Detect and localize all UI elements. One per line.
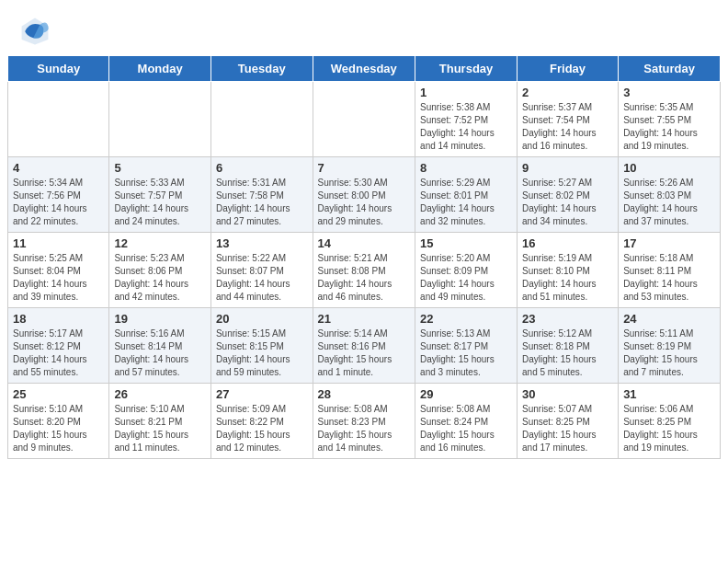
calendar-week-row: 25Sunrise: 5:10 AM Sunset: 8:20 PM Dayli…	[8, 384, 721, 459]
calendar-day-cell: 16Sunrise: 5:19 AM Sunset: 8:10 PM Dayli…	[518, 233, 619, 308]
calendar-day-cell: 25Sunrise: 5:10 AM Sunset: 8:20 PM Dayli…	[8, 384, 109, 459]
day-info: Sunrise: 5:20 AM Sunset: 8:09 PM Dayligh…	[420, 252, 512, 304]
calendar-wrap: SundayMondayTuesdayWednesdayThursdayFrid…	[0, 55, 728, 466]
calendar-table: SundayMondayTuesdayWednesdayThursdayFrid…	[7, 55, 721, 459]
calendar-day-cell: 29Sunrise: 5:08 AM Sunset: 8:24 PM Dayli…	[415, 384, 518, 459]
day-info: Sunrise: 5:18 AM Sunset: 8:11 PM Dayligh…	[623, 252, 715, 304]
calendar-week-row: 11Sunrise: 5:25 AM Sunset: 8:04 PM Dayli…	[8, 233, 721, 308]
day-number: 14	[318, 236, 411, 250]
day-number: 2	[522, 86, 613, 99]
header-row: SundayMondayTuesdayWednesdayThursdayFrid…	[8, 56, 721, 82]
day-number: 10	[623, 161, 715, 175]
day-info: Sunrise: 5:16 AM Sunset: 8:14 PM Dayligh…	[114, 327, 206, 379]
day-of-week-header: Thursday	[415, 56, 518, 82]
calendar-day-cell: 5Sunrise: 5:33 AM Sunset: 7:57 PM Daylig…	[109, 157, 211, 233]
calendar-day-cell: 6Sunrise: 5:31 AM Sunset: 7:58 PM Daylig…	[210, 157, 313, 233]
day-info: Sunrise: 5:10 AM Sunset: 8:20 PM Dayligh…	[13, 403, 104, 454]
day-info: Sunrise: 5:30 AM Sunset: 8:00 PM Dayligh…	[318, 177, 411, 228]
day-info: Sunrise: 5:38 AM Sunset: 7:52 PM Dayligh…	[420, 101, 512, 153]
day-info: Sunrise: 5:11 AM Sunset: 8:19 PM Dayligh…	[623, 327, 715, 379]
day-info: Sunrise: 5:22 AM Sunset: 8:07 PM Dayligh…	[216, 252, 308, 304]
day-number: 1	[420, 86, 512, 99]
calendar-day-cell	[8, 82, 109, 157]
calendar-day-cell: 4Sunrise: 5:34 AM Sunset: 7:56 PM Daylig…	[8, 157, 109, 233]
day-number: 13	[216, 236, 308, 250]
day-number: 26	[114, 387, 206, 401]
calendar-day-cell	[313, 82, 415, 157]
day-number: 16	[522, 236, 613, 250]
day-number: 28	[318, 387, 411, 401]
calendar-day-cell: 17Sunrise: 5:18 AM Sunset: 8:11 PM Dayli…	[619, 233, 721, 308]
calendar-day-cell: 27Sunrise: 5:09 AM Sunset: 8:22 PM Dayli…	[210, 384, 313, 459]
day-number: 17	[623, 236, 715, 250]
calendar-day-cell: 7Sunrise: 5:30 AM Sunset: 8:00 PM Daylig…	[313, 157, 415, 233]
calendar-day-cell: 28Sunrise: 5:08 AM Sunset: 8:23 PM Dayli…	[313, 384, 415, 459]
calendar-day-cell: 9Sunrise: 5:27 AM Sunset: 8:02 PM Daylig…	[518, 157, 619, 233]
day-number: 4	[13, 161, 104, 175]
calendar-day-cell: 26Sunrise: 5:10 AM Sunset: 8:21 PM Dayli…	[109, 384, 211, 459]
day-info: Sunrise: 5:17 AM Sunset: 8:12 PM Dayligh…	[13, 327, 104, 379]
day-info: Sunrise: 5:14 AM Sunset: 8:16 PM Dayligh…	[318, 327, 411, 379]
calendar-day-cell: 2Sunrise: 5:37 AM Sunset: 7:54 PM Daylig…	[518, 82, 619, 157]
calendar-day-cell: 30Sunrise: 5:07 AM Sunset: 8:25 PM Dayli…	[518, 384, 619, 459]
day-number: 7	[318, 161, 411, 175]
calendar-day-cell: 24Sunrise: 5:11 AM Sunset: 8:19 PM Dayli…	[619, 308, 721, 384]
logo	[18, 15, 55, 48]
page-header	[0, 0, 728, 55]
calendar-day-cell: 18Sunrise: 5:17 AM Sunset: 8:12 PM Dayli…	[8, 308, 109, 384]
day-number: 5	[114, 161, 206, 175]
day-info: Sunrise: 5:25 AM Sunset: 8:04 PM Dayligh…	[13, 252, 104, 304]
calendar-day-cell: 20Sunrise: 5:15 AM Sunset: 8:15 PM Dayli…	[210, 308, 313, 384]
calendar-week-row: 4Sunrise: 5:34 AM Sunset: 7:56 PM Daylig…	[8, 157, 721, 233]
day-number: 18	[13, 312, 104, 326]
day-info: Sunrise: 5:19 AM Sunset: 8:10 PM Dayligh…	[522, 252, 613, 304]
day-info: Sunrise: 5:29 AM Sunset: 8:01 PM Dayligh…	[420, 177, 512, 228]
day-info: Sunrise: 5:34 AM Sunset: 7:56 PM Dayligh…	[13, 177, 104, 228]
day-number: 12	[114, 236, 206, 250]
calendar-day-cell	[210, 82, 313, 157]
day-number: 22	[420, 312, 512, 326]
calendar-day-cell: 23Sunrise: 5:12 AM Sunset: 8:18 PM Dayli…	[518, 308, 619, 384]
day-of-week-header: Friday	[518, 56, 619, 82]
day-of-week-header: Saturday	[619, 56, 721, 82]
calendar-day-cell: 15Sunrise: 5:20 AM Sunset: 8:09 PM Dayli…	[415, 233, 518, 308]
calendar-day-cell: 8Sunrise: 5:29 AM Sunset: 8:01 PM Daylig…	[415, 157, 518, 233]
day-info: Sunrise: 5:21 AM Sunset: 8:08 PM Dayligh…	[318, 252, 411, 304]
day-number: 31	[623, 387, 715, 401]
day-info: Sunrise: 5:37 AM Sunset: 7:54 PM Dayligh…	[522, 101, 613, 153]
day-number: 30	[522, 387, 613, 401]
day-info: Sunrise: 5:07 AM Sunset: 8:25 PM Dayligh…	[522, 403, 613, 454]
day-number: 6	[216, 161, 308, 175]
day-info: Sunrise: 5:08 AM Sunset: 8:23 PM Dayligh…	[318, 403, 411, 454]
calendar-day-cell: 11Sunrise: 5:25 AM Sunset: 8:04 PM Dayli…	[8, 233, 109, 308]
day-number: 20	[216, 312, 308, 326]
calendar-week-row: 1Sunrise: 5:38 AM Sunset: 7:52 PM Daylig…	[8, 82, 721, 157]
day-info: Sunrise: 5:26 AM Sunset: 8:03 PM Dayligh…	[623, 177, 715, 228]
day-number: 19	[114, 312, 206, 326]
calendar-week-row: 18Sunrise: 5:17 AM Sunset: 8:12 PM Dayli…	[8, 308, 721, 384]
day-info: Sunrise: 5:13 AM Sunset: 8:17 PM Dayligh…	[420, 327, 512, 379]
calendar-day-cell	[109, 82, 211, 157]
calendar-header: SundayMondayTuesdayWednesdayThursdayFrid…	[8, 56, 721, 82]
calendar-day-cell: 1Sunrise: 5:38 AM Sunset: 7:52 PM Daylig…	[415, 82, 518, 157]
day-number: 8	[420, 161, 512, 175]
calendar-day-cell: 31Sunrise: 5:06 AM Sunset: 8:25 PM Dayli…	[619, 384, 721, 459]
day-info: Sunrise: 5:09 AM Sunset: 8:22 PM Dayligh…	[216, 403, 308, 454]
day-number: 27	[216, 387, 308, 401]
day-info: Sunrise: 5:31 AM Sunset: 7:58 PM Dayligh…	[216, 177, 308, 228]
calendar-day-cell: 21Sunrise: 5:14 AM Sunset: 8:16 PM Dayli…	[313, 308, 415, 384]
day-info: Sunrise: 5:33 AM Sunset: 7:57 PM Dayligh…	[114, 177, 206, 228]
day-number: 29	[420, 387, 512, 401]
logo-icon	[18, 15, 51, 48]
calendar-day-cell: 3Sunrise: 5:35 AM Sunset: 7:55 PM Daylig…	[619, 82, 721, 157]
day-info: Sunrise: 5:08 AM Sunset: 8:24 PM Dayligh…	[420, 403, 512, 454]
day-number: 24	[623, 312, 715, 326]
day-number: 11	[13, 236, 104, 250]
day-info: Sunrise: 5:10 AM Sunset: 8:21 PM Dayligh…	[114, 403, 206, 454]
day-info: Sunrise: 5:27 AM Sunset: 8:02 PM Dayligh…	[522, 177, 613, 228]
calendar-day-cell: 13Sunrise: 5:22 AM Sunset: 8:07 PM Dayli…	[210, 233, 313, 308]
calendar-day-cell: 19Sunrise: 5:16 AM Sunset: 8:14 PM Dayli…	[109, 308, 211, 384]
day-info: Sunrise: 5:06 AM Sunset: 8:25 PM Dayligh…	[623, 403, 715, 454]
day-number: 9	[522, 161, 613, 175]
calendar-day-cell: 10Sunrise: 5:26 AM Sunset: 8:03 PM Dayli…	[619, 157, 721, 233]
